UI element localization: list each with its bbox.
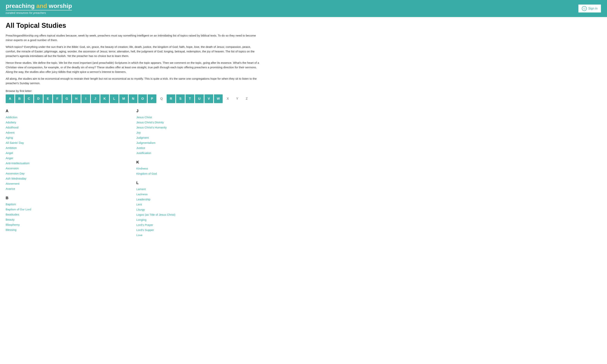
intro-paragraph-1: PreachingandWorship.org offers topical s… [6,33,259,42]
topic-link[interactable]: Judgment [136,135,259,140]
letter-btn-g[interactable]: G [63,94,71,103]
main-content: All Topical Studies PreachingandWorship.… [0,17,265,247]
topic-link[interactable]: Lord's Supper [136,227,259,233]
browse-label: Browse by first letter: [6,89,259,92]
topic-link[interactable]: Anger [6,156,129,161]
topic-link[interactable]: Love [136,233,259,238]
letter-btn-v[interactable]: V [204,94,213,103]
topic-link[interactable]: Adulthood [6,125,129,130]
section-heading: J [136,109,259,113]
topic-link[interactable]: Baptism [6,202,129,207]
logo-and: and [35,2,49,9]
topic-link[interactable]: Jesus Christ's Humanity [136,125,259,130]
topic-link[interactable]: Blasphemy [6,222,129,227]
intro-paragraph-3: Hence these studies. We define the topic… [6,61,259,74]
letter-btn-e[interactable]: E [43,94,52,103]
letter-btn-z: Z [242,94,251,103]
topic-link[interactable]: Ascension [6,166,129,171]
letter-btn-o[interactable]: O [138,94,147,103]
logo-worship: worship [49,2,72,9]
letter-btn-y: Y [233,94,242,103]
topic-link[interactable]: Lament [136,187,259,192]
logo-subtitle: curated resources for preachers [6,10,72,14]
letter-btn-u[interactable]: U [195,94,204,103]
section-heading: B [6,196,129,200]
left-column: AAddictionAdulteryAdulthoodAdventAgingAl… [6,109,129,242]
logo: preaching and worship curated resources … [6,3,72,14]
letter-btn-f[interactable]: F [53,94,62,103]
section-j: JJesus ChristJesus Christ's DivinityJesu… [136,109,259,156]
letter-btn-i[interactable]: I [81,94,90,103]
topic-link[interactable]: Jesus Christ [136,115,259,120]
topic-link[interactable]: Lord's Prayer [136,222,259,227]
topic-link[interactable]: Ash Wednesday [6,176,129,181]
section-b: BBaptismBaptism of Our LordBeatitudesBea… [6,196,129,232]
logo-preaching: preaching [6,2,35,9]
topic-link[interactable]: Joy [136,130,259,135]
letter-btn-l[interactable]: L [110,94,119,103]
intro-paragraph-4: All along, the studies aim to be economi… [6,77,259,86]
topic-link[interactable]: Beauty [6,217,129,222]
topic-link[interactable]: Liturgy [136,207,259,212]
right-column: JJesus ChristJesus Christ's DivinityJesu… [136,109,259,242]
topic-link[interactable]: Atonement [6,181,129,186]
topic-link[interactable]: Justification [136,150,259,156]
letter-btn-q: Q [157,94,166,103]
topic-link[interactable]: Lent [136,202,259,207]
topic-link[interactable]: Jesus Christ's Divinity [136,120,259,125]
letter-btn-j[interactable]: J [91,94,100,103]
topics-container: AAddictionAdulteryAdulthoodAdventAgingAl… [6,109,259,242]
sign-in-label: Sign in [588,7,597,10]
topic-link[interactable]: Leadership [136,197,259,202]
topic-link[interactable]: Judgmentalism [136,140,259,145]
letter-btn-c[interactable]: C [25,94,33,103]
letter-btn-p[interactable]: P [148,94,156,103]
letter-navigation: ABCDEFGHIJKLMNOPQRSTUVWXYZ [6,94,259,103]
topic-link[interactable]: Ascension Day [6,171,129,176]
topic-link[interactable]: Ambition [6,145,129,150]
letter-btn-m[interactable]: M [119,94,128,103]
section-a: AAddictionAdulteryAdulthoodAdventAgingAl… [6,109,129,191]
letter-btn-d[interactable]: D [34,94,43,103]
user-icon: ☺ [582,6,587,11]
topic-link[interactable]: Logos (as Title of Jesus Christ) [136,212,259,217]
intro-paragraph-2: Which topics? Everything under the sun t… [6,45,259,58]
letter-btn-b[interactable]: B [15,94,24,103]
section-heading: L [136,181,259,185]
section-l: LLamentLazinessLeadershipLentLiturgyLogo… [136,181,259,238]
topic-link[interactable]: Justice [136,145,259,150]
site-header: preaching and worship curated resources … [0,0,607,17]
letter-btn-s[interactable]: S [176,94,185,103]
topic-link[interactable]: Advent [6,130,129,135]
letter-btn-x: X [223,94,232,103]
topic-link[interactable]: Adultery [6,120,129,125]
topic-link[interactable]: Kingdom of God [136,171,259,176]
section-heading: K [136,160,259,164]
letter-btn-a[interactable]: A [6,94,14,103]
topic-link[interactable]: Blessing [6,227,129,232]
topic-link[interactable]: Addiction [6,115,129,120]
letter-btn-w[interactable]: W [214,94,223,103]
topic-link[interactable]: Baptism of Our Lord [6,207,129,212]
topic-link[interactable]: Laziness [136,192,259,197]
letter-btn-n[interactable]: N [129,94,137,103]
topic-link[interactable]: Beatitudes [6,212,129,217]
page-title: All Topical Studies [6,22,259,29]
letter-btn-h[interactable]: H [72,94,81,103]
logo-title: preaching and worship [6,3,72,9]
topic-link[interactable]: Longing [136,217,259,222]
topic-link[interactable]: Anti-Intellectualism [6,161,129,166]
topic-link[interactable]: Aging [6,135,129,140]
letter-btn-t[interactable]: T [186,94,194,103]
letter-btn-k[interactable]: K [100,94,109,103]
topic-link[interactable]: Kindness [136,166,259,171]
sign-in-button[interactable]: ☺ Sign in [578,4,601,13]
letter-btn-r[interactable]: R [167,94,175,103]
topic-link[interactable]: All Saints' Day [6,140,129,145]
topic-link[interactable]: Angel [6,150,129,156]
section-heading: A [6,109,129,113]
section-k: KKindnessKingdom of God [136,160,259,176]
topic-link[interactable]: Avarice [6,186,129,191]
